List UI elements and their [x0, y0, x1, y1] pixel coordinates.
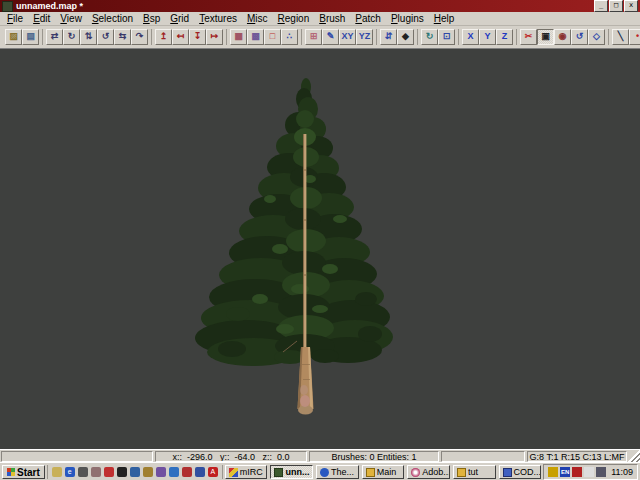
camera-viewport[interactable]: [0, 49, 640, 449]
toolbar-button-icon: ⊞: [310, 32, 318, 41]
task-button-tut[interactable]: tut: [453, 465, 496, 479]
toolbar-button-icon: Z: [502, 32, 508, 41]
task-button-the[interactable]: The...: [316, 465, 359, 479]
tv-app-icon[interactable]: [195, 467, 205, 477]
toolbar-button-icon: ▤: [26, 32, 35, 41]
show-desktop-icon[interactable]: [52, 467, 62, 477]
draw-line-button[interactable]: ╲: [612, 29, 629, 45]
clock-app-icon[interactable]: [182, 467, 192, 477]
maximize-button[interactable]: □: [609, 0, 623, 12]
toolbar-button-icon: ⊡: [443, 32, 451, 41]
media-player-icon[interactable]: [91, 467, 101, 477]
resize-grip[interactable]: [628, 450, 640, 462]
taskbar: Start eA mIRC unn... The... Main Adob...…: [0, 462, 640, 480]
toolbar-button-icon: Y: [484, 32, 490, 41]
tree-model[interactable]: [0, 49, 640, 449]
change-views-button[interactable]: ⊞: [305, 29, 322, 45]
toolbar-button-icon: ⇵: [385, 32, 393, 41]
flip-x-button[interactable]: ⇄: [46, 29, 63, 45]
select-partial-tall-button[interactable]: ↧: [189, 29, 206, 45]
axis-y-button[interactable]: Y: [479, 29, 496, 45]
surface-inspector-button[interactable]: ✎: [322, 29, 339, 45]
icq-icon[interactable]: [156, 467, 166, 477]
show-caulk-button[interactable]: ◉: [554, 29, 571, 45]
task-button-cod[interactable]: COD...: [499, 465, 542, 479]
radiant-icon: [274, 468, 283, 477]
rotate-z-button[interactable]: ↷: [131, 29, 148, 45]
rotate-x-button[interactable]: ↻: [63, 29, 80, 45]
menu-textures[interactable]: Textures: [194, 12, 242, 25]
toolbar-button-icon: ▦: [234, 32, 243, 41]
task-button-mirc[interactable]: mIRC: [225, 465, 268, 479]
adobe-icon: [411, 468, 420, 477]
scheduler-icon[interactable]: [584, 467, 594, 477]
cubic-clip-button[interactable]: ⇵: [380, 29, 397, 45]
ati-tray-icon[interactable]: [572, 467, 582, 477]
display-icon[interactable]: [596, 467, 606, 477]
toolbar-button-icon: ↺: [102, 32, 110, 41]
task-button-unnamed-map[interactable]: unn...: [270, 465, 313, 479]
menu-selection[interactable]: Selection: [87, 12, 138, 25]
task-button-adobe[interactable]: Adob...: [407, 465, 450, 479]
camera-popup-button[interactable]: ◆: [397, 29, 414, 45]
save-button[interactable]: ▤: [22, 29, 39, 45]
csg-subtract-button[interactable]: ▦: [230, 29, 247, 45]
free-scaling-button[interactable]: ◇: [588, 29, 605, 45]
toolbar-button-icon: ✂: [525, 32, 533, 41]
dont-select-curves-button[interactable]: ✂: [520, 29, 537, 45]
clipper-button[interactable]: ∴: [281, 29, 298, 45]
select-touching-button[interactable]: ↤: [172, 29, 189, 45]
flip-y-button[interactable]: ⇅: [80, 29, 97, 45]
title-bar[interactable]: unnamed.map * _ □ x: [0, 0, 640, 12]
free-rotation-button[interactable]: ↺: [571, 29, 588, 45]
status-bar: x:: -296.0 y:: -64.0 z:: 0.0 Brushes: 0 …: [0, 449, 640, 462]
menu-grid[interactable]: Grid: [165, 12, 194, 25]
rotate-y-button[interactable]: ↺: [97, 29, 114, 45]
menu-bsp[interactable]: Bsp: [138, 12, 165, 25]
axis-x-button[interactable]: X: [462, 29, 479, 45]
system-tray: EN 11:09: [543, 464, 638, 480]
select-inside-button[interactable]: ↦: [206, 29, 223, 45]
view-xy-button[interactable]: XY: [339, 29, 356, 45]
new-window-button[interactable]: ⊡: [438, 29, 455, 45]
winamp-icon[interactable]: [104, 467, 114, 477]
axis-z-button[interactable]: Z: [496, 29, 513, 45]
update-views-button[interactable]: ↻: [421, 29, 438, 45]
status-grid-info: G:8 T:1 R:15 C:13 L:MF: [527, 451, 627, 462]
vertex-edit-button[interactable]: •: [629, 29, 640, 45]
status-empty-panel: [1, 451, 153, 462]
minimize-button[interactable]: _: [594, 0, 608, 12]
menu-plugins[interactable]: Plugins: [386, 12, 429, 25]
hollow-button[interactable]: □: [264, 29, 281, 45]
globe-icon[interactable]: [130, 467, 140, 477]
toolbar-button-icon: XY: [341, 32, 353, 41]
menu-help[interactable]: Help: [429, 12, 460, 25]
toolbar-button-icon: ↷: [136, 32, 144, 41]
menu-file[interactable]: File: [2, 12, 28, 25]
open-button[interactable]: ▨: [5, 29, 22, 45]
menu-view[interactable]: View: [55, 12, 87, 25]
select-complete-tall-button[interactable]: ↥: [155, 29, 172, 45]
start-button[interactable]: Start: [2, 465, 45, 479]
menu-edit[interactable]: Edit: [28, 12, 55, 25]
messenger-icon[interactable]: [169, 467, 179, 477]
flip-z-button[interactable]: ⇆: [114, 29, 131, 45]
shield-icon[interactable]: [143, 467, 153, 477]
ati-icon[interactable]: A: [208, 467, 218, 477]
menu-misc[interactable]: Misc: [242, 12, 273, 25]
menu-patch[interactable]: Patch: [350, 12, 386, 25]
menu-brush[interactable]: Brush: [314, 12, 350, 25]
language-indicator[interactable]: EN: [560, 467, 570, 477]
task-button-main[interactable]: Main: [362, 465, 405, 479]
view-yz-button[interactable]: YZ: [356, 29, 373, 45]
volume-icon[interactable]: [548, 467, 558, 477]
csg-merge-button[interactable]: ▩: [247, 29, 264, 45]
toolbar-button-icon: ↥: [160, 32, 168, 41]
menu-region[interactable]: Region: [273, 12, 315, 25]
window-title: unnamed.map *: [16, 0, 594, 12]
dont-select-models-button[interactable]: ▣: [537, 29, 554, 45]
internet-explorer-icon[interactable]: e: [65, 467, 75, 477]
close-button[interactable]: x: [624, 0, 638, 12]
spotlight-icon[interactable]: [117, 467, 127, 477]
outlook-icon[interactable]: [78, 467, 88, 477]
